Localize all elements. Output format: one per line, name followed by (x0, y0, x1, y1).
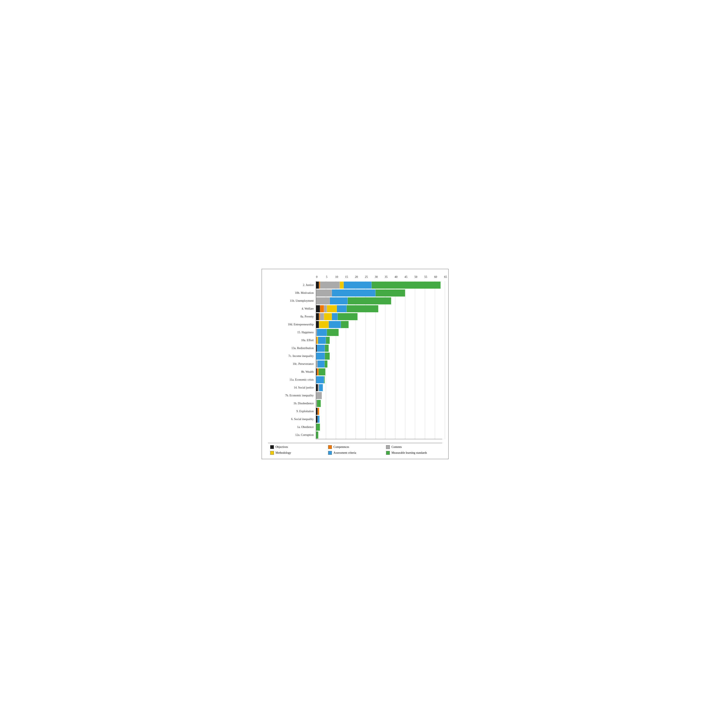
y-label: 2. Justice (268, 281, 316, 289)
bar-segment-measurable (324, 376, 325, 383)
bar-segment-measurable (318, 368, 326, 376)
chart-area: 05101520253035404550556065 2. Justice10b… (268, 275, 442, 455)
y-label: 1b. Disobedience (268, 399, 316, 407)
bar-segment-objectives (316, 384, 318, 391)
legend-color-box (270, 445, 274, 449)
bar-segment-measurable (316, 424, 320, 431)
x-axis-label: 0 (314, 275, 320, 279)
bar-segment-measurable (371, 282, 441, 289)
bar-segment-objectives (316, 282, 319, 289)
bar-row (316, 431, 442, 439)
x-axis-label: 30 (373, 275, 379, 279)
bar-segment-assessment (317, 416, 320, 423)
bar-segment-measurable (325, 345, 329, 352)
x-axis-label: 5 (324, 275, 330, 279)
x-axis-label: 40 (393, 275, 399, 279)
bar-segment-contents (320, 313, 324, 320)
y-label: 15. Happiness (268, 329, 316, 336)
bar-row (316, 384, 442, 392)
legend-item-assessment: Assessment criteria (328, 451, 384, 455)
x-axis-label: 60 (433, 275, 439, 279)
legend-label: Methodology (276, 451, 291, 455)
legend-label: Objectives (276, 445, 288, 449)
legend-label: Competences (333, 445, 349, 449)
y-label: 7c. Income inequality (268, 352, 316, 360)
legend-color-box (328, 445, 332, 449)
bar-segment-assessment (316, 376, 324, 383)
bar-row (316, 392, 442, 399)
y-label: 8b. Wealth (268, 368, 316, 376)
legend-item-competences: Competences (328, 445, 384, 449)
y-label: 7b. Economic inequality (268, 392, 316, 399)
y-label: 10b. Motivation (268, 289, 316, 297)
bar-segment-contents (320, 282, 340, 289)
bar-segment-measurable (346, 305, 378, 312)
bar-segment-methodology (327, 305, 337, 312)
bar-segment-assessment (332, 313, 338, 320)
bar-segment-assessment (330, 297, 348, 304)
bar-segment-contents (324, 305, 327, 312)
x-axis-label: 25 (363, 275, 370, 279)
y-label: 11a. Economic crisis (268, 376, 316, 384)
y-label: 6. Social inequality (268, 415, 316, 423)
legend-item-objectives: Objectives (270, 445, 326, 449)
legend-color-box (270, 451, 274, 455)
y-label: 14. Social justice (268, 384, 316, 392)
y-label: 8a. Poverty (268, 313, 316, 321)
grid-and-bars: 2. Justice10b. Motivation11b. Unemployme… (268, 281, 442, 439)
bar-segment-assessment (318, 337, 326, 344)
x-axis-label: 45 (403, 275, 409, 279)
bar-segment-objectives (316, 416, 318, 423)
y-label: 12a. Corruption (268, 431, 316, 439)
legend-label: Assessment criteria (333, 451, 356, 455)
bar-row (316, 376, 442, 384)
y-labels: 2. Justice10b. Motivation11b. Unemployme… (268, 281, 316, 439)
y-label: 13a. Redistribution (268, 344, 316, 352)
bar-segment-competences (317, 408, 319, 415)
bar-segment-measurable (337, 313, 357, 320)
bar-segment-measurable (348, 297, 391, 304)
bar-segment-measurable (327, 329, 339, 336)
x-axis-top: 05101520253035404550556065 (316, 275, 447, 280)
bar-segment-assessment (329, 321, 340, 328)
bar-segment-methodology (319, 321, 329, 328)
bar-segment-objectives (316, 408, 318, 415)
bar-segment-measurable (316, 432, 318, 439)
bar-segment-competences (320, 305, 324, 312)
y-label: 10c. Perseverance (268, 360, 316, 368)
legend-label: Contents (392, 445, 402, 449)
legend-item-methodology: Methodology (270, 451, 326, 455)
bar-segment-assessment (344, 282, 371, 289)
bar-segment-assessment (337, 305, 347, 312)
bar-segment-measurable (325, 352, 330, 360)
bar-segment-contents (316, 392, 322, 399)
y-label: 10d. Entrepreneurship (268, 321, 316, 329)
bar-row (316, 321, 442, 329)
bar-row (316, 352, 442, 360)
bar-row (316, 305, 442, 313)
bar-segment-measurable (376, 289, 405, 296)
bar-segment-contents (316, 361, 318, 367)
y-label: 9. Exploitation (268, 407, 316, 415)
bar-segment-measurable (317, 400, 321, 407)
legend-color-box (328, 451, 332, 455)
x-axis-label: 10 (333, 275, 340, 279)
legend-color-box (386, 445, 390, 449)
bar-segment-methodology (340, 282, 344, 289)
bar-row (316, 407, 442, 415)
bar-segment-assessment (319, 384, 323, 391)
bar-row (316, 329, 442, 336)
legend-label: Measurable learning standards (392, 451, 427, 455)
y-label: 11b. Unemployment (268, 297, 316, 305)
bar-segment-assessment (317, 345, 325, 352)
bar-row (316, 289, 442, 297)
bar-row (316, 415, 442, 423)
bar-segment-measurable (326, 337, 330, 344)
bar-segment-competences (317, 368, 318, 376)
bar-row (316, 399, 442, 407)
bar-row (316, 281, 442, 289)
y-label: 10a. Effort (268, 336, 316, 344)
bar-row (316, 313, 442, 321)
x-axis-label: 15 (343, 275, 350, 279)
legend: ObjectivesCompetencesContentsMethodology… (268, 443, 442, 455)
